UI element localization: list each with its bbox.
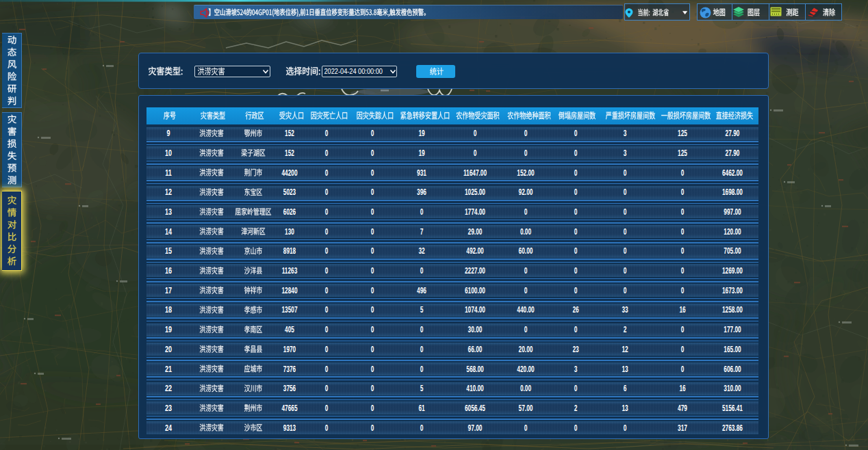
svg-text:3756: 3756: [283, 384, 296, 393]
svg-text:568.00: 568.00: [466, 365, 484, 373]
svg-text:47665: 47665: [281, 403, 297, 412]
svg-text:0: 0: [524, 423, 528, 432]
svg-text:0: 0: [574, 148, 578, 157]
svg-text:0: 0: [371, 365, 374, 373]
svg-text:492.00: 492.00: [466, 247, 484, 256]
svg-text:0: 0: [624, 227, 627, 236]
svg-text:0: 0: [325, 188, 329, 197]
svg-text:0: 0: [325, 306, 329, 315]
svg-text:0: 0: [524, 129, 528, 138]
svg-text:0: 0: [371, 129, 374, 138]
svg-text:0: 0: [371, 423, 374, 432]
svg-text:92.00: 92.00: [519, 188, 533, 197]
svg-text:152.00: 152.00: [517, 168, 535, 177]
svg-text:1774.00: 1774.00: [465, 207, 485, 216]
svg-text:0: 0: [371, 207, 374, 216]
svg-text:20.00: 20.00: [519, 345, 533, 354]
svg-text:97.00: 97.00: [468, 423, 483, 432]
svg-text:0: 0: [574, 266, 578, 275]
svg-text:16: 16: [165, 265, 172, 275]
svg-text:23: 23: [165, 403, 172, 412]
svg-text:0: 0: [420, 266, 424, 275]
svg-text:405: 405: [285, 326, 294, 334]
svg-text:15: 15: [165, 246, 172, 256]
svg-text:0: 0: [325, 207, 329, 216]
svg-text:20: 20: [165, 344, 172, 354]
svg-text:0: 0: [420, 423, 424, 432]
svg-text:3: 3: [574, 365, 578, 373]
svg-text:0: 0: [681, 365, 685, 373]
svg-text:997.00: 997.00: [724, 207, 741, 216]
svg-text:9313: 9313: [283, 423, 296, 432]
svg-text:14: 14: [165, 226, 173, 236]
svg-text:410.00: 410.00: [466, 384, 484, 393]
svg-text:0: 0: [474, 148, 477, 157]
svg-text:705.00: 705.00: [724, 247, 741, 256]
svg-text:0: 0: [325, 168, 329, 177]
svg-text:0: 0: [681, 326, 685, 334]
svg-text:0: 0: [524, 148, 528, 157]
svg-text:496: 496: [417, 286, 426, 295]
svg-text:0: 0: [371, 266, 374, 275]
svg-text:0: 0: [371, 326, 374, 334]
svg-text:8918: 8918: [283, 247, 296, 256]
svg-text:22: 22: [165, 384, 172, 393]
svg-text:0: 0: [574, 423, 578, 432]
svg-text:5156.41: 5156.41: [722, 403, 743, 412]
svg-text:5023: 5023: [283, 188, 296, 197]
svg-text:23: 23: [572, 345, 578, 354]
svg-text:7376: 7376: [283, 365, 296, 373]
svg-text:0: 0: [371, 384, 374, 393]
svg-text:1258.00: 1258.00: [722, 306, 743, 315]
svg-text:0: 0: [371, 306, 374, 315]
svg-text:125: 125: [678, 129, 687, 138]
svg-text:0: 0: [574, 168, 578, 177]
svg-text:7: 7: [420, 227, 424, 236]
svg-text:6: 6: [624, 384, 627, 393]
svg-text:0: 0: [681, 168, 685, 177]
svg-text:0: 0: [325, 227, 329, 236]
svg-text:11: 11: [165, 168, 172, 177]
svg-text:6026: 6026: [283, 207, 296, 216]
svg-text:0: 0: [325, 247, 329, 256]
svg-text:0: 0: [325, 326, 329, 334]
svg-text:420.00: 420.00: [517, 365, 535, 373]
svg-text:3: 3: [624, 129, 627, 138]
svg-text:0: 0: [371, 227, 374, 236]
svg-text:0: 0: [624, 188, 627, 197]
svg-text:5: 5: [420, 384, 424, 393]
svg-text:0: 0: [574, 384, 578, 393]
svg-text:0: 0: [574, 129, 578, 138]
svg-text:17: 17: [165, 285, 172, 295]
svg-text:0: 0: [371, 286, 374, 295]
svg-text:3: 3: [624, 148, 627, 157]
svg-text:1269.00: 1269.00: [722, 266, 743, 275]
svg-text:0: 0: [420, 345, 424, 354]
svg-text:2227.00: 2227.00: [465, 266, 485, 275]
svg-text:66.00: 66.00: [468, 345, 483, 354]
svg-text:0: 0: [371, 168, 374, 177]
svg-text:13: 13: [622, 365, 628, 373]
svg-text:6462.00: 6462.00: [722, 168, 743, 177]
svg-text:1970: 1970: [283, 345, 296, 354]
svg-text:0: 0: [325, 266, 329, 275]
svg-text:0: 0: [420, 326, 424, 334]
svg-text:19: 19: [418, 148, 424, 157]
svg-text:32: 32: [418, 247, 424, 256]
svg-text:0: 0: [371, 148, 374, 157]
svg-text:13: 13: [165, 207, 172, 216]
svg-text:0: 0: [624, 286, 627, 295]
svg-text:1074.00: 1074.00: [465, 306, 485, 315]
svg-text:931: 931: [417, 168, 426, 177]
svg-text:396: 396: [417, 188, 426, 197]
svg-text:11263: 11263: [282, 266, 298, 275]
svg-text:44200: 44200: [281, 168, 297, 177]
svg-text:11647.00: 11647.00: [463, 168, 487, 177]
svg-text:0: 0: [574, 247, 578, 256]
svg-text:12840: 12840: [281, 286, 297, 295]
svg-text:0.00: 0.00: [520, 384, 531, 393]
svg-text:165.00: 165.00: [724, 345, 741, 354]
svg-text:0: 0: [325, 403, 329, 412]
svg-text:0: 0: [325, 423, 329, 432]
svg-text:10: 10: [165, 148, 172, 157]
